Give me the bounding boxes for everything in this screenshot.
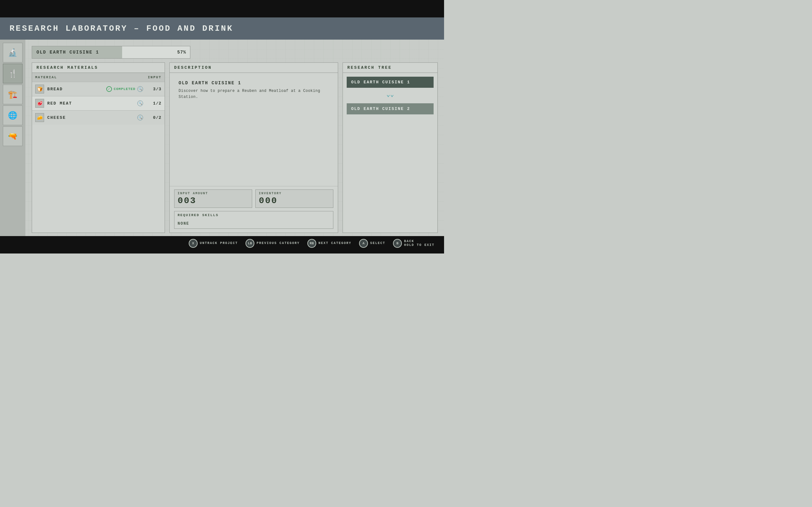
cheese-count: 0/2 [146,115,161,120]
materials-header: RESEARCH MATERIALS [32,63,165,73]
bottom-bar: X UNTRACK PROJECT LB PREVIOUS CATEGORY R… [0,236,444,253]
sidebar: 🔬 🍴 🏗️ 🌐 🔫 [0,40,26,236]
back-label: BACK HOLD TO EXIT [404,239,435,247]
mat-name-bread: BREAD [47,87,106,92]
red-meat-status: 🔍 [137,101,143,106]
red-meat-icon: 🥩 [35,99,44,108]
search-icon[interactable]: 🔍 [137,86,143,92]
lb-button[interactable]: LB [246,239,254,248]
research-bar-label: OLD EARTH CUISINE 1 [32,50,104,55]
inventory-box: INVENTORY 000 [255,189,334,208]
panel-description: DESCRIPTION OLD EARTH CUISINE 1 Discover… [169,62,338,233]
input-amount-label: INPUT AMOUNT [177,192,249,195]
building-icon: 🏗️ [8,90,17,99]
prev-category-control[interactable]: LB PREVIOUS CATEGORY [246,239,300,248]
research-bar-percent: 57% [177,50,186,55]
completed-badge: COMPLETED [114,87,136,91]
untrack-control[interactable]: X UNTRACK PROJECT [189,239,238,248]
sidebar-item-science[interactable]: 🔬 [3,43,22,62]
untrack-label: UNTRACK PROJECT [200,241,238,245]
materials-thead: MATERIAL INPUT [32,73,165,82]
search-icon[interactable]: 🔍 [137,101,143,106]
rb-button[interactable]: RB [307,239,316,248]
sidebar-item-building[interactable]: 🏗️ [3,84,22,104]
a-button[interactable]: A [359,239,368,248]
desc-text: Discover how to prepare a Reuben and Mea… [174,88,334,105]
sidebar-item-weapons[interactable]: 🔫 [3,126,22,146]
tree-item-current[interactable]: OLD EARTH CUISINE 1 [347,77,434,88]
desc-item-title: OLD EARTH CUISINE 1 [174,77,334,88]
mat-name-red-meat: RED MEAT [47,101,137,106]
bread-icon: 🍞 [35,84,44,94]
bread-count: 3/3 [146,87,161,92]
tree-header: RESEARCH TREE [343,63,438,73]
col-material: MATERIAL [35,75,142,79]
research-bar[interactable]: OLD EARTH CUISINE 1 57% [32,46,190,59]
table-row[interactable]: 🍞 BREAD ✓ COMPLETED 🔍 3/3 [32,82,165,96]
back-label-1: BACK [404,239,435,243]
description-header: DESCRIPTION [170,63,338,73]
tree-item-1-label: OLD EARTH CUISINE 1 [351,80,410,84]
panel-tree: RESEARCH TREE OLD EARTH CUISINE 1 ⌄⌄ OLD… [343,62,438,233]
skills-section: REQUIRED SKILLS NONE [174,211,334,229]
b-button[interactable]: B [393,239,402,248]
skills-header: REQUIRED SKILLS [174,211,333,219]
bread-status: ✓ COMPLETED 🔍 [106,86,143,92]
required-skills-box: REQUIRED SKILLS NONE [174,211,334,229]
sidebar-item-food[interactable]: 🍴 [3,64,22,83]
science-icon: 🔬 [8,48,17,57]
sidebar-item-exploration[interactable]: 🌐 [3,106,22,125]
red-meat-count: 1/2 [146,101,161,106]
desc-content: OLD EARTH CUISINE 1 Discover how to prep… [170,73,338,186]
table-row[interactable]: 🥩 RED MEAT 🔍 1/2 [32,96,165,110]
input-amount-box: INPUT AMOUNT 003 [174,189,252,208]
header: RESEARCH LABORATORY – FOOD AND DRINK [0,17,444,40]
input-amount-value: 003 [177,196,249,206]
weapons-icon: 🔫 [8,132,17,141]
col-input: INPUT [142,75,161,79]
select-control[interactable]: A SELECT [359,239,386,248]
main-content: 🔬 🍴 🏗️ 🌐 🔫 OLD EARTH CUISINE 1 57% [0,40,444,236]
cheese-status: 🔍 [137,115,143,120]
select-label: SELECT [370,241,386,245]
food-icon: 🍴 [8,69,17,78]
materials-table: MATERIAL INPUT 🍞 BREAD ✓ COMPLETED 🔍 3/3 [32,73,165,124]
tree-chevron-icon: ⌄⌄ [343,90,438,98]
inventory-label: INVENTORY [259,192,330,195]
top-bar [0,0,444,17]
x-button[interactable]: X [189,239,198,248]
next-category-control[interactable]: RB NEXT CATEGORY [307,239,351,248]
table-row[interactable]: 🧀 CHEESE 🔍 0/2 [32,110,165,124]
prev-category-label: PREVIOUS CATEGORY [257,241,300,245]
desc-bottom: INPUT AMOUNT 003 INVENTORY 000 REQUIRED … [170,186,338,233]
tree-item-2-label: OLD EARTH CUISINE 2 [351,107,410,111]
three-column-layout: RESEARCH MATERIALS MATERIAL INPUT 🍞 BREA… [32,62,438,233]
page-title: RESEARCH LABORATORY – FOOD AND DRINK [9,24,234,33]
tree-item-next[interactable]: OLD EARTH CUISINE 2 [347,103,434,114]
inventory-value: 000 [259,196,330,206]
footer-controls: X UNTRACK PROJECT LB PREVIOUS CATEGORY R… [0,236,444,250]
back-control[interactable]: B BACK HOLD TO EXIT [393,239,435,248]
mat-name-cheese: CHEESE [47,115,137,120]
skills-value: NONE [174,219,333,228]
exploration-icon: 🌐 [8,111,17,120]
panel-materials: RESEARCH MATERIALS MATERIAL INPUT 🍞 BREA… [32,62,165,233]
research-bar-container: OLD EARTH CUISINE 1 57% [32,46,190,59]
next-category-label: NEXT CATEGORY [318,241,351,245]
stat-row: INPUT AMOUNT 003 INVENTORY 000 [174,189,334,208]
check-icon: ✓ [106,86,112,92]
search-icon[interactable]: 🔍 [137,115,143,120]
back-label-2: HOLD TO EXIT [404,243,435,247]
cheese-icon: 🧀 [35,113,44,122]
content-area: OLD EARTH CUISINE 1 57% RESEARCH MATERIA… [26,40,444,236]
